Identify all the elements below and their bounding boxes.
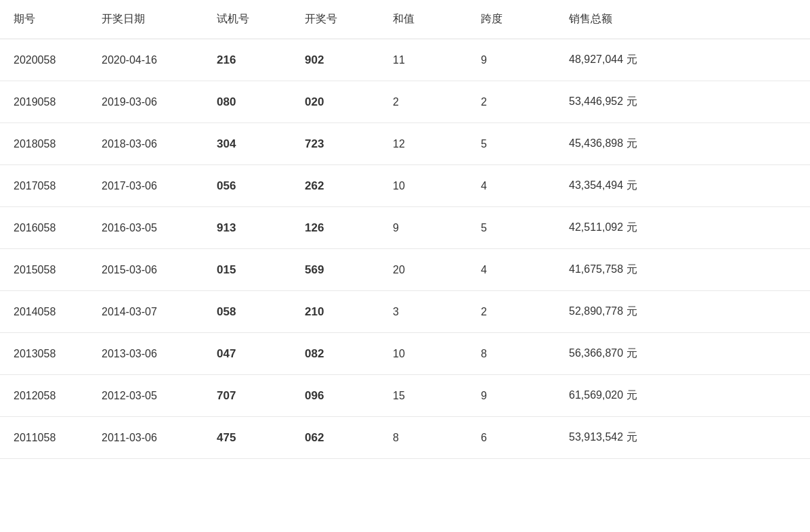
table-row: 20190582019-03-060800202253,446,952 元	[0, 81, 810, 123]
cell-hezhi: 15	[379, 375, 467, 417]
table-row: 20140582014-03-070582103252,890,778 元	[0, 291, 810, 333]
cell-shiji: 913	[203, 207, 291, 249]
cell-shiji: 304	[203, 123, 291, 165]
cell-kaijang: 096	[291, 375, 379, 417]
table-row: 20180582018-03-0630472312545,436,898 元	[0, 123, 810, 165]
cell-kuadu: 5	[467, 123, 555, 165]
cell-hezhi: 8	[379, 417, 467, 459]
cell-xiaoshou: 41,675,758 元	[555, 249, 810, 291]
cell-qihao: 2011058	[0, 417, 88, 459]
cell-hezhi: 2	[379, 81, 467, 123]
cell-date: 2018-03-06	[88, 123, 203, 165]
table-row: 20200582020-04-1621690211948,927,044 元	[0, 39, 810, 81]
cell-kuadu: 9	[467, 39, 555, 81]
header-qihao: 期号	[0, 0, 88, 39]
cell-kaijang: 569	[291, 249, 379, 291]
cell-kaijang: 902	[291, 39, 379, 81]
cell-kuadu: 8	[467, 333, 555, 375]
cell-shiji: 707	[203, 375, 291, 417]
table-row: 20120582012-03-0570709615961,569,020 元	[0, 375, 810, 417]
table-header-row: 期号 开奖日期 试机号 开奖号 和值 跨度 销售总额	[0, 0, 810, 39]
cell-date: 2019-03-06	[88, 81, 203, 123]
cell-date: 2012-03-05	[88, 375, 203, 417]
cell-hezhi: 3	[379, 291, 467, 333]
cell-qihao: 2020058	[0, 39, 88, 81]
cell-kaijang: 262	[291, 165, 379, 207]
cell-qihao: 2015058	[0, 249, 88, 291]
cell-kaijang: 082	[291, 333, 379, 375]
cell-qihao: 2018058	[0, 123, 88, 165]
cell-kuadu: 6	[467, 417, 555, 459]
cell-date: 2014-03-07	[88, 291, 203, 333]
main-container: 期号 开奖日期 试机号 开奖号 和值 跨度 销售总额 20200582020-0…	[0, 0, 810, 532]
cell-hezhi: 11	[379, 39, 467, 81]
cell-kuadu: 2	[467, 291, 555, 333]
cell-kuadu: 5	[467, 207, 555, 249]
cell-qihao: 2016058	[0, 207, 88, 249]
cell-kuadu: 4	[467, 165, 555, 207]
cell-hezhi: 20	[379, 249, 467, 291]
header-hezhi: 和值	[379, 0, 467, 39]
cell-xiaoshou: 52,890,778 元	[555, 291, 810, 333]
table-row: 20110582011-03-064750628653,913,542 元	[0, 417, 810, 459]
cell-xiaoshou: 43,354,494 元	[555, 165, 810, 207]
cell-shiji: 047	[203, 333, 291, 375]
cell-kuadu: 4	[467, 249, 555, 291]
cell-xiaoshou: 42,511,092 元	[555, 207, 810, 249]
cell-xiaoshou: 48,927,044 元	[555, 39, 810, 81]
cell-kaijang: 723	[291, 123, 379, 165]
cell-shiji: 080	[203, 81, 291, 123]
cell-qihao: 2014058	[0, 291, 88, 333]
header-kaijang: 开奖号	[291, 0, 379, 39]
cell-kaijang: 210	[291, 291, 379, 333]
cell-qihao: 2012058	[0, 375, 88, 417]
cell-shiji: 015	[203, 249, 291, 291]
cell-shiji: 056	[203, 165, 291, 207]
cell-date: 2011-03-06	[88, 417, 203, 459]
cell-qihao: 2019058	[0, 81, 88, 123]
table-row: 20170582017-03-0605626210443,354,494 元	[0, 165, 810, 207]
cell-hezhi: 10	[379, 165, 467, 207]
cell-date: 2017-03-06	[88, 165, 203, 207]
cell-shiji: 058	[203, 291, 291, 333]
cell-xiaoshou: 53,446,952 元	[555, 81, 810, 123]
cell-xiaoshou: 53,913,542 元	[555, 417, 810, 459]
header-kuadu: 跨度	[467, 0, 555, 39]
lottery-table: 期号 开奖日期 试机号 开奖号 和值 跨度 销售总额 20200582020-0…	[0, 0, 810, 459]
cell-kaijang: 062	[291, 417, 379, 459]
table-row: 20160582016-03-059131269542,511,092 元	[0, 207, 810, 249]
header-date: 开奖日期	[88, 0, 203, 39]
cell-kuadu: 2	[467, 81, 555, 123]
cell-date: 2016-03-05	[88, 207, 203, 249]
cell-xiaoshou: 61,569,020 元	[555, 375, 810, 417]
cell-shiji: 216	[203, 39, 291, 81]
header-xiaoshou: 销售总额	[555, 0, 810, 39]
cell-shiji: 475	[203, 417, 291, 459]
table-row: 20130582013-03-0604708210856,366,870 元	[0, 333, 810, 375]
cell-date: 2015-03-06	[88, 249, 203, 291]
cell-hezhi: 9	[379, 207, 467, 249]
cell-date: 2020-04-16	[88, 39, 203, 81]
header-shiji: 试机号	[203, 0, 291, 39]
cell-kuadu: 9	[467, 375, 555, 417]
cell-qihao: 2017058	[0, 165, 88, 207]
cell-qihao: 2013058	[0, 333, 88, 375]
cell-hezhi: 10	[379, 333, 467, 375]
cell-xiaoshou: 56,366,870 元	[555, 333, 810, 375]
cell-date: 2013-03-06	[88, 333, 203, 375]
table-row: 20150582015-03-0601556920441,675,758 元	[0, 249, 810, 291]
cell-hezhi: 12	[379, 123, 467, 165]
cell-xiaoshou: 45,436,898 元	[555, 123, 810, 165]
cell-kaijang: 020	[291, 81, 379, 123]
cell-kaijang: 126	[291, 207, 379, 249]
